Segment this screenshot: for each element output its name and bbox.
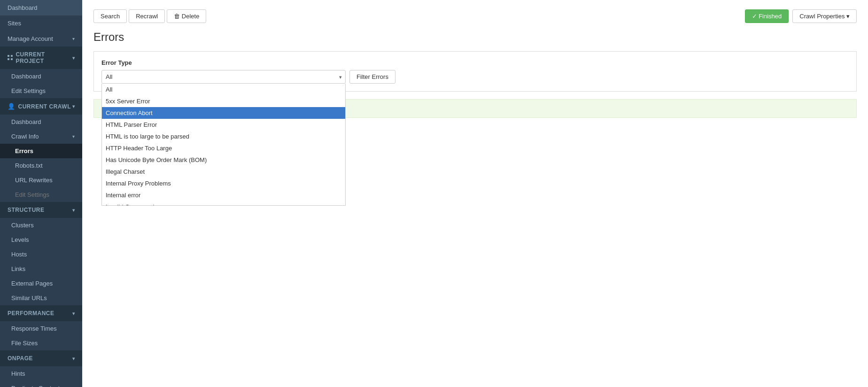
chevron-crawl-info-icon: ▾ xyxy=(72,134,75,139)
sidebar-item-file-sizes[interactable]: File Sizes xyxy=(0,336,82,350)
finished-button[interactable]: ✓ Finished xyxy=(745,9,789,23)
crawl-properties-button[interactable]: Crawl Properties ▾ xyxy=(792,9,857,23)
dropdown-item-http-header-large[interactable]: HTTP Header Too Large xyxy=(102,142,345,154)
toolbar-right: ✓ Finished Crawl Properties ▾ xyxy=(745,9,857,23)
delete-button[interactable]: 🗑 Delete xyxy=(167,9,206,23)
sidebar-section-structure[interactable]: Structure ▾ xyxy=(0,202,82,218)
dropdown-item-html-parser[interactable]: HTML Parser Error xyxy=(102,119,345,131)
sidebar-item-crawl-info[interactable]: Crawl Info ▾ xyxy=(0,129,82,144)
sidebar-section-onpage[interactable]: Onpage ▾ xyxy=(0,350,82,366)
chevron-structure-icon: ▾ xyxy=(72,208,75,213)
sidebar-item-links[interactable]: Links xyxy=(0,262,82,276)
search-button[interactable]: Search xyxy=(93,9,127,23)
filter-row: All ▾ All 5xx Server Error Connection Ab… xyxy=(101,70,849,84)
dropdown-item-invalid-compression[interactable]: Invalid Compression xyxy=(102,201,345,206)
error-type-select[interactable]: All xyxy=(101,70,346,84)
chevron-down-icon: ▾ xyxy=(72,36,75,41)
dropdown-item-html-too-large[interactable]: HTML is too large to be parsed xyxy=(102,131,345,142)
chevron-performance-icon: ▾ xyxy=(72,311,75,316)
dropdown-item-unicode-bom[interactable]: Has Unicode Byte Order Mark (BOM) xyxy=(102,154,345,166)
error-type-select-wrapper: All ▾ All 5xx Server Error Connection Ab… xyxy=(101,70,346,84)
sidebar: Dashboard Sites Manage Account ▾ Current… xyxy=(0,0,82,387)
filter-label: Error Type xyxy=(101,59,849,66)
main-content: Search Recrawl 🗑 Delete ✓ Finished Crawl… xyxy=(82,0,868,387)
sidebar-item-external-pages[interactable]: External Pages xyxy=(0,276,82,291)
sidebar-section-performance[interactable]: Performance ▾ xyxy=(0,305,82,321)
sidebar-item-hosts[interactable]: Hosts xyxy=(0,247,82,262)
person-icon: 👤 xyxy=(8,103,16,110)
chevron-onpage-icon: ▾ xyxy=(72,356,75,361)
sidebar-item-edit-settings-crawl[interactable]: Edit Settings xyxy=(0,187,82,202)
sidebar-item-dashboard-project[interactable]: Dashboard xyxy=(0,69,82,84)
filter-errors-button[interactable]: Filter Errors xyxy=(349,70,395,84)
recrawl-button[interactable]: Recrawl xyxy=(129,9,165,23)
sidebar-section-current-crawl[interactable]: 👤 Current Crawl ▾ xyxy=(0,98,82,115)
sidebar-item-response-times[interactable]: Response Times xyxy=(0,321,82,336)
sidebar-item-duplicate-content[interactable]: Duplicate Content xyxy=(0,381,82,387)
sidebar-item-dashboard-crawl[interactable]: Dashboard xyxy=(0,115,82,129)
sidebar-section-current-project[interactable]: Current Project ▾ xyxy=(0,46,82,69)
dropdown-item-all[interactable]: All xyxy=(102,84,345,95)
dropdown-item-internal-error[interactable]: Internal error xyxy=(102,189,345,201)
sidebar-item-dashboard-top[interactable]: Dashboard xyxy=(0,0,82,15)
sidebar-item-sites[interactable]: Sites xyxy=(0,15,82,31)
dropdown-item-5xx[interactable]: 5xx Server Error xyxy=(102,95,345,107)
sidebar-item-levels[interactable]: Levels xyxy=(0,232,82,247)
chevron-icon-crawl: ▾ xyxy=(72,104,75,109)
trash-icon: 🗑 xyxy=(174,13,180,20)
error-type-dropdown[interactable]: All 5xx Server Error Connection Abort HT… xyxy=(101,84,346,206)
sidebar-item-edit-settings[interactable]: Edit Settings xyxy=(0,84,82,98)
toolbar-left: Search Recrawl 🗑 Delete xyxy=(93,9,206,23)
top-toolbar: Search Recrawl 🗑 Delete ✓ Finished Crawl… xyxy=(93,9,857,23)
sidebar-item-errors[interactable]: Errors xyxy=(0,144,82,158)
grid-icon xyxy=(8,55,13,61)
dropdown-item-connection-abort[interactable]: Connection Abort xyxy=(102,107,345,119)
page-title: Errors xyxy=(93,31,857,44)
sidebar-item-similar-urls[interactable]: Similar URLs xyxy=(0,291,82,305)
filter-panel: Error Type All ▾ All 5xx Server Error Co… xyxy=(93,51,857,92)
sidebar-item-clusters[interactable]: Clusters xyxy=(0,218,82,232)
sidebar-item-url-rewrites[interactable]: URL Rewrites xyxy=(0,173,82,187)
chevron-icon: ▾ xyxy=(72,55,75,61)
sidebar-item-robots-txt[interactable]: Robots.txt xyxy=(0,158,82,173)
sidebar-item-hints[interactable]: Hints xyxy=(0,366,82,381)
sidebar-item-manage-account[interactable]: Manage Account ▾ xyxy=(0,31,82,46)
dropdown-item-illegal-charset[interactable]: Illegal Charset xyxy=(102,166,345,178)
dropdown-item-internal-proxy[interactable]: Internal Proxy Problems xyxy=(102,178,345,189)
